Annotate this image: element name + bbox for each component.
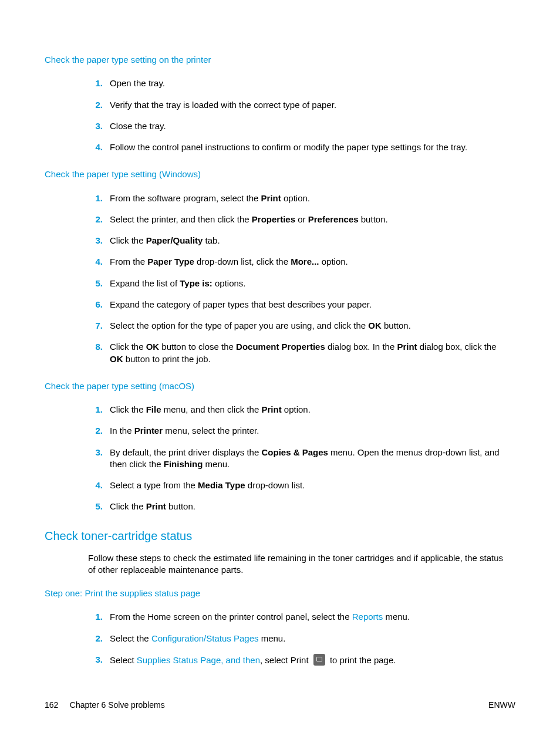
step-text: Close the tray.	[110, 121, 166, 131]
step-number: 8.	[88, 341, 103, 353]
list-item: 2.Select the Configuration/Status Pages …	[88, 633, 504, 644]
step-number: 1.	[88, 193, 103, 204]
step-text: From the Paper Type drop-down list, clic…	[110, 256, 348, 266]
step-text: Expand the list of Type is: options.	[110, 278, 246, 288]
list-item: 6.Expand the category of paper types tha…	[88, 299, 504, 310]
step-number: 3.	[88, 120, 103, 132]
list-item: 4.From the Paper Type drop-down list, cl…	[88, 256, 504, 268]
section-heading-macos: Check the paper type setting (macOS)	[45, 380, 515, 392]
document-page: Check the paper type setting on the prin…	[0, 0, 560, 746]
step-text: Select the option for the type of paper …	[110, 320, 411, 330]
step-text: From the software program, select the Pr…	[110, 193, 310, 203]
list-item: 2.Select the printer, and then click the…	[88, 214, 504, 225]
step-number: 2.	[88, 214, 103, 225]
step-number: 4.	[88, 256, 103, 268]
list-item: 2.Verify that the tray is loaded with th…	[88, 99, 504, 111]
step-number: 7.	[88, 320, 103, 332]
page-number: 162	[45, 700, 58, 710]
chapter-title: Chapter 6 Solve problems	[70, 700, 165, 710]
print-icon	[313, 654, 325, 666]
step-text: Verify that the tray is loaded with the …	[110, 100, 336, 110]
list-item: 1.From the Home screen on the printer co…	[88, 611, 504, 623]
footer-right: ENWW	[488, 700, 515, 711]
steps-printer: 1.Open the tray.2.Verify that the tray i…	[45, 77, 515, 153]
step-text: Expand the category of paper types that …	[110, 299, 372, 309]
step-text: Click the Paper/Quality tab.	[110, 235, 220, 245]
list-item: 2.In the Printer menu, select the printe…	[88, 425, 504, 437]
step-number: 5.	[88, 501, 103, 512]
step-text: Select a type from the Media Type drop-d…	[110, 480, 305, 490]
step-text: Select Supplies Status Page, and then, s…	[110, 655, 396, 665]
step-text: Open the tray.	[110, 78, 165, 88]
step-number: 2.	[88, 99, 103, 111]
step-text: Select the Configuration/Status Pages me…	[110, 633, 285, 643]
list-item: 3.By default, the print driver displays …	[88, 447, 504, 471]
list-item: 5.Expand the list of Type is: options.	[88, 278, 504, 289]
step-number: 2.	[88, 425, 103, 437]
step-text: From the Home screen on the printer cont…	[110, 612, 410, 622]
step-text: Follow the control panel instructions to…	[110, 142, 467, 152]
list-item: 5.Click the Print button.	[88, 501, 504, 512]
steps-windows: 1.From the software program, select the …	[45, 193, 515, 365]
step-number: 2.	[88, 633, 103, 644]
list-item: 3.Close the tray.	[88, 120, 504, 132]
step-number: 1.	[88, 77, 103, 89]
step-number: 5.	[88, 278, 103, 289]
section-heading-windows: Check the paper type setting (Windows)	[45, 168, 515, 180]
footer-left: 162 Chapter 6 Solve problems	[45, 700, 165, 711]
step-number: 3.	[88, 447, 103, 458]
step-text: Click the File menu, and then click the …	[110, 404, 311, 414]
subheading-step-one: Step one: Print the supplies status page	[45, 588, 515, 599]
step-text: Click the OK button to close the Documen…	[110, 342, 497, 363]
step-text: By default, the print driver displays th…	[110, 447, 500, 469]
list-item: 8.Click the OK button to close the Docum…	[88, 341, 504, 365]
step-number: 4.	[88, 141, 103, 153]
step-number: 6.	[88, 299, 103, 310]
list-item: 4.Select a type from the Media Type drop…	[88, 480, 504, 491]
list-item: 1.Open the tray.	[88, 77, 504, 89]
menu-link: Reports	[352, 612, 383, 622]
menu-link: Supplies Status Page, and then	[137, 655, 260, 665]
list-item: 3.Click the Paper/Quality tab.	[88, 235, 504, 247]
list-item: 4.Follow the control panel instructions …	[88, 141, 504, 153]
intro-toner: Follow these steps to check the estimate…	[88, 552, 515, 576]
list-item: 3.Select Supplies Status Page, and then,…	[88, 654, 504, 666]
steps-macos: 1.Click the File menu, and then click th…	[45, 404, 515, 513]
steps-supplies: 1.From the Home screen on the printer co…	[45, 611, 515, 666]
step-number: 1.	[88, 611, 103, 623]
step-number: 3.	[88, 235, 103, 247]
step-number: 4.	[88, 480, 103, 491]
list-item: 7.Select the option for the type of pape…	[88, 320, 504, 332]
step-text: In the Printer menu, select the printer.	[110, 426, 259, 436]
list-item: 1.Click the File menu, and then click th…	[88, 404, 504, 416]
menu-link: Configuration/Status Pages	[151, 633, 259, 643]
step-text: Click the Print button.	[110, 501, 195, 511]
step-number: 1.	[88, 404, 103, 416]
section-heading-printer: Check the paper type setting on the prin…	[45, 54, 515, 66]
page-footer: 162 Chapter 6 Solve problems ENWW	[45, 700, 515, 711]
list-item: 1.From the software program, select the …	[88, 193, 504, 204]
section-heading-toner: Check toner-cartridge status	[45, 528, 515, 544]
step-number: 3.	[88, 654, 103, 666]
step-text: Select the printer, and then click the P…	[110, 214, 388, 224]
